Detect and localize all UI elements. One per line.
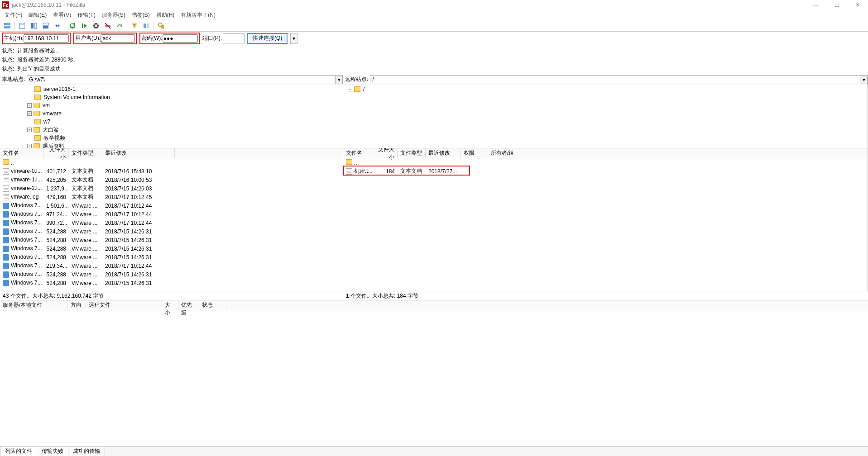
- list-item[interactable]: Windows 7...524,288VMware ...2018/7/15 1…: [0, 279, 343, 287]
- close-button[interactable]: ✕: [847, 0, 868, 10]
- titlebar: Fz jack@192.168.10.11 - FileZilla — ☐ ✕: [0, 0, 868, 10]
- list-item[interactable]: Windows 7...524,288VMware ...2018/7/15 1…: [0, 270, 343, 279]
- file-size: 971,24...: [43, 211, 69, 218]
- menu-new-version[interactable]: 有新版本！(N): [178, 10, 218, 20]
- tree-item[interactable]: +vmware: [0, 109, 343, 118]
- sitemgr-icon[interactable]: [2, 21, 13, 31]
- disconnect-icon[interactable]: [102, 21, 113, 31]
- list-item[interactable]: vmware.log479,160文本文档2018/7/17 10:12:45: [0, 193, 343, 201]
- tree-item[interactable]: w7: [0, 118, 343, 126]
- list-item[interactable]: Windows 7...390,72...VMware ...2018/7/17…: [0, 218, 343, 227]
- password-input[interactable]: [163, 34, 198, 43]
- list-item[interactable]: Windows 7...524,288VMware ...2018/7/15 1…: [0, 244, 343, 253]
- col-filesize[interactable]: 文件大小: [373, 148, 398, 158]
- username-input[interactable]: [101, 34, 135, 43]
- sync-browse-icon[interactable]: [52, 21, 63, 31]
- refresh-icon[interactable]: [67, 21, 78, 31]
- menu-bookmarks[interactable]: 书签(B): [129, 10, 153, 20]
- tab-queued[interactable]: 列队的文件: [0, 446, 37, 456]
- remote-tree[interactable]: − /: [343, 85, 868, 148]
- tree-item[interactable]: +大白鲨: [0, 126, 343, 134]
- quickconnect-button[interactable]: 快速连接(Q): [247, 33, 288, 44]
- menu-help[interactable]: 帮助(H): [153, 10, 177, 20]
- file-type: 文本文档: [69, 167, 102, 175]
- toggle-queue-icon[interactable]: [40, 21, 51, 31]
- menu-server[interactable]: 服务器(S): [99, 10, 128, 20]
- quickconnect-dropdown[interactable]: ▾: [290, 33, 297, 44]
- port-input[interactable]: [223, 33, 245, 43]
- toolbar: [0, 20, 868, 32]
- process-queue-icon[interactable]: [79, 21, 90, 31]
- tab-success[interactable]: 成功的传输: [68, 446, 105, 456]
- col-permissions[interactable]: 权限: [461, 148, 488, 158]
- qcol-priority[interactable]: 优先级: [178, 300, 199, 310]
- tree-item[interactable]: +vm: [0, 101, 343, 109]
- menu-edit[interactable]: 编辑(E): [26, 10, 49, 20]
- qcol-size[interactable]: 大小: [162, 300, 178, 310]
- menu-file[interactable]: 文件(F): [2, 10, 25, 20]
- find-icon[interactable]: [156, 21, 167, 31]
- vmware-icon: [3, 271, 9, 278]
- list-item-parent[interactable]: ..: [343, 158, 868, 167]
- list-item[interactable]: Windows 7...1,501,6...VMware ...2018/7/1…: [0, 201, 343, 210]
- minimize-button[interactable]: —: [806, 0, 826, 10]
- remote-file-list[interactable]: 文件名 文件大小 文件类型 最近修改 权限 所有者/组 .. 机密.t...18…: [343, 148, 868, 291]
- list-item[interactable]: 机密.t...184文本文档2018/7/27...: [343, 167, 868, 176]
- qcol-server[interactable]: 服务器/本地文件: [0, 300, 68, 310]
- list-item[interactable]: Windows 7...524,288VMware ...2018/7/15 1…: [0, 227, 343, 236]
- file-modified: 2018/7/15 14:26:31: [102, 237, 175, 243]
- list-item[interactable]: Windows 7...524,288VMware ...2018/7/15 1…: [0, 236, 343, 244]
- tree-item[interactable]: 教学视频: [0, 134, 343, 142]
- col-modified[interactable]: 最近修改: [426, 148, 461, 158]
- col-owner[interactable]: 所有者/组: [488, 148, 524, 158]
- list-item[interactable]: Windows 7...971,24...VMware ...2018/7/17…: [0, 210, 343, 218]
- compare-icon[interactable]: [141, 21, 152, 31]
- local-file-list[interactable]: 文件名 文件大小 文件类型 最近修改 .. vmware-0.l...401,7…: [0, 148, 343, 291]
- menu-transfer[interactable]: 传输(T): [75, 10, 98, 20]
- remote-path-input[interactable]: [370, 75, 860, 84]
- col-filename[interactable]: 文件名: [343, 148, 373, 158]
- qcol-direction[interactable]: 方向: [68, 300, 86, 310]
- host-input[interactable]: [24, 34, 69, 43]
- menu-view[interactable]: 查看(V): [50, 10, 74, 20]
- col-filename[interactable]: 文件名: [0, 148, 43, 158]
- col-filetype[interactable]: 文件类型: [69, 148, 102, 158]
- filter-icon[interactable]: [129, 21, 140, 31]
- list-item[interactable]: vmware-0.l...401,712文本文档2018/7/16 15:48:…: [0, 167, 343, 176]
- local-path-dropdown[interactable]: ▾: [336, 75, 343, 84]
- expand-icon[interactable]: +: [27, 103, 32, 108]
- folder-icon: [34, 127, 40, 133]
- tree-item[interactable]: server2016-1: [0, 85, 343, 93]
- file-modified: 2018/7/17 10:12:44: [102, 263, 175, 269]
- reconnect-icon[interactable]: [114, 21, 125, 31]
- local-tree[interactable]: server2016-1System Volume Information+vm…: [0, 85, 343, 148]
- log-pane[interactable]: 状态: 计算服务器时差... 状态: 服务器时差为 28800 秒。 状态: 列…: [0, 45, 868, 74]
- list-item[interactable]: Windows 7...524,288VMware ...2018/7/15 1…: [0, 253, 343, 261]
- tree-item[interactable]: System Volume Information: [0, 93, 343, 101]
- expand-icon[interactable]: +: [27, 128, 32, 132]
- maximize-button[interactable]: ☐: [826, 0, 847, 10]
- toggle-tree-icon[interactable]: [29, 21, 39, 31]
- qcol-status[interactable]: 状态: [199, 300, 226, 310]
- cancel-icon[interactable]: [91, 21, 101, 31]
- collapse-icon[interactable]: −: [348, 87, 352, 91]
- file-type: VMware ...: [69, 280, 102, 286]
- list-item[interactable]: vmware-2.l...1,237,9...文本文档2018/7/15 14:…: [0, 184, 343, 193]
- local-path-input[interactable]: [27, 75, 336, 84]
- tree-item[interactable]: − /: [343, 85, 868, 93]
- tree-item[interactable]: +课后资料: [0, 142, 343, 148]
- col-filetype[interactable]: 文件类型: [398, 148, 426, 158]
- file-name: Windows 7...: [11, 202, 42, 209]
- list-item[interactable]: Windows 7...219,34...VMware ...2018/7/17…: [0, 261, 343, 270]
- tab-failed[interactable]: 传输失败: [37, 446, 68, 456]
- list-item[interactable]: vmware-1.l...425,205文本文档2018/7/16 10:00:…: [0, 176, 343, 184]
- file-modified: 2018/7/16 10:00:53: [102, 177, 175, 183]
- expand-icon[interactable]: +: [27, 111, 32, 116]
- toggle-log-icon[interactable]: [17, 21, 28, 31]
- qcol-remote[interactable]: 远程文件: [86, 300, 162, 310]
- queue-body[interactable]: [0, 310, 868, 342]
- col-modified[interactable]: 最近修改: [102, 148, 175, 158]
- col-filesize[interactable]: 文件大小: [43, 148, 69, 158]
- remote-path-dropdown[interactable]: ▾: [860, 75, 868, 84]
- expand-icon[interactable]: +: [27, 144, 32, 148]
